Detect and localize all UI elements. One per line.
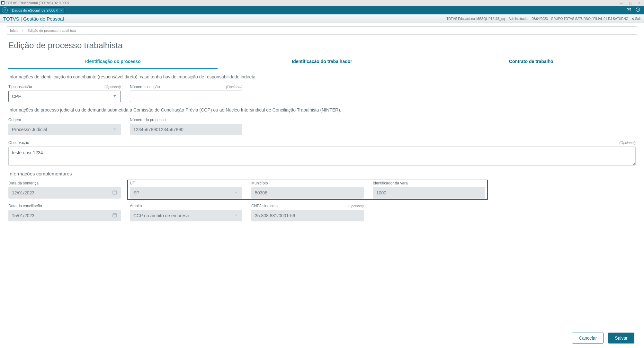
tab-contrato-trabalho[interactable]: Contrato de trabalho bbox=[426, 55, 636, 69]
data-sentenca-value: 12/01/2023 bbox=[12, 190, 34, 195]
numero-processo-value: 12345678901234567890 bbox=[133, 127, 183, 132]
cnpj-value: 35.808.881/0001-56 bbox=[255, 213, 295, 218]
vara-label: Identificador da vara bbox=[373, 181, 408, 185]
data-conciliacao-value: 15/01/2023 bbox=[12, 213, 34, 218]
tipo-inscricao-label: Tipo inscrição bbox=[8, 85, 32, 89]
svg-line-1 bbox=[4, 9, 6, 11]
help-icon[interactable]: ? bbox=[636, 7, 640, 13]
ambito-label: Âmbito bbox=[130, 204, 142, 208]
cnpj-optional: (Opcional) bbox=[347, 204, 364, 208]
app-tab[interactable]: Dados do eSocial [02.9.0007] × bbox=[10, 7, 65, 13]
chevron-down-icon bbox=[112, 94, 117, 100]
vara-input: 1000 bbox=[373, 187, 485, 199]
municipio-label: Município bbox=[251, 181, 268, 185]
uf-value: SP bbox=[133, 190, 139, 195]
product-header: TOTVS | Gestão de Pessoal TOTVS Educacio… bbox=[0, 14, 644, 23]
numero-processo-input: 12345678901234567890 bbox=[130, 124, 242, 135]
tab-close-icon[interactable]: × bbox=[60, 8, 62, 12]
svg-rect-6 bbox=[113, 214, 117, 217]
calendar-icon bbox=[112, 190, 117, 196]
window-titlebar: TOTVS Educacional (TOTVS) 02.9.0007 — ▢ … bbox=[0, 0, 644, 6]
env-label: TOTVS Educacional MSSQL P12133_sql bbox=[446, 17, 505, 21]
origem-select: Processo Judicial bbox=[8, 124, 121, 135]
numero-inscricao-label: Número inscrição bbox=[130, 85, 160, 89]
data-conciliacao-input: 15/01/2023 bbox=[8, 210, 121, 221]
user-label: Administrador bbox=[509, 17, 529, 21]
logout-x-icon: ✕ bbox=[631, 17, 634, 21]
window-title: TOTVS Educacional (TOTVS) 02.9.0007 bbox=[6, 1, 69, 5]
app-tab-label: Dados do eSocial [02.9.0007] bbox=[12, 8, 58, 12]
breadcrumb-home[interactable]: Início bbox=[10, 29, 18, 32]
observacao-label: Observação bbox=[8, 140, 29, 145]
tab-identificacao-processo[interactable]: Identificação do processo bbox=[8, 55, 218, 69]
chevron-down-icon bbox=[234, 213, 239, 219]
minimize-button[interactable]: — bbox=[620, 1, 623, 5]
page-title: Edição de processo trabalhista bbox=[0, 38, 644, 55]
mail-icon[interactable] bbox=[627, 7, 631, 13]
tipo-inscricao-optional: (Opcional) bbox=[104, 85, 121, 89]
intro-text-2: Informações do processo judicial ou de d… bbox=[8, 107, 636, 112]
svg-text:?: ? bbox=[637, 8, 639, 11]
svg-rect-4 bbox=[113, 191, 117, 194]
ambito-value: CCP no âmbito de empresa bbox=[133, 213, 189, 218]
close-button[interactable]: ✕ bbox=[638, 1, 641, 5]
data-conciliacao-label: Data da conciliação bbox=[8, 204, 42, 208]
tab-identificacao-trabalhador[interactable]: Identificação do trabalhador bbox=[218, 55, 427, 69]
chevron-down-icon bbox=[112, 127, 117, 133]
breadcrumb-sep-icon bbox=[21, 29, 25, 32]
municipio-input: 50308 bbox=[251, 187, 364, 199]
observacao-textarea[interactable] bbox=[8, 147, 636, 166]
back-circle-icon[interactable] bbox=[2, 7, 8, 13]
uf-label: UF bbox=[130, 181, 135, 185]
logout-link[interactable]: ✕ Sair bbox=[631, 17, 641, 21]
origem-value: Processo Judicial bbox=[12, 127, 47, 132]
chevron-down-icon bbox=[234, 190, 239, 196]
intro-text-1: Informações de identificação do contribu… bbox=[8, 74, 636, 79]
breadcrumb-current: Edição de processo trabalhista bbox=[27, 29, 76, 32]
data-sentenca-label: Data da sentença bbox=[8, 181, 39, 185]
breadcrumb: Início Edição de processo trabalhista bbox=[6, 26, 638, 35]
observacao-optional: (Opcional) bbox=[619, 141, 636, 145]
ambito-select: CCP no âmbito de empresa bbox=[130, 210, 242, 221]
complementares-heading: Informações complementares bbox=[8, 171, 636, 176]
origem-label: Origem bbox=[8, 118, 21, 122]
data-sentenca-input: 12/01/2023 bbox=[8, 187, 121, 199]
product-name: TOTVS | Gestão de Pessoal bbox=[3, 16, 64, 22]
logout-label: Sair bbox=[635, 17, 641, 21]
numero-inscricao-input[interactable] bbox=[130, 91, 242, 102]
cnpj-input: 35.808.881/0001-56 bbox=[251, 210, 364, 221]
group-label: GRUPO TOTVS SATURNO / FILIAL 01 RJ SATUR… bbox=[551, 17, 629, 21]
cnpj-label: CNPJ sindicato bbox=[251, 204, 278, 208]
date-label: 05/04/2023 bbox=[532, 17, 548, 21]
maximize-button[interactable]: ▢ bbox=[629, 1, 632, 5]
app-tabbar: Dados do eSocial [02.9.0007] × ? bbox=[0, 6, 644, 14]
municipio-value: 50308 bbox=[255, 190, 267, 195]
app-icon bbox=[1, 1, 4, 4]
window-controls: — ▢ ✕ bbox=[620, 1, 643, 5]
calendar-icon bbox=[112, 213, 117, 219]
numero-processo-label: Número do processo bbox=[130, 118, 165, 122]
vara-value: 1000 bbox=[376, 190, 386, 195]
uf-select: SP bbox=[130, 187, 242, 199]
form-tabs: Identificação do processo Identificação … bbox=[8, 55, 636, 69]
tipo-inscricao-select[interactable]: CPF bbox=[8, 91, 121, 102]
tipo-inscricao-value: CPF bbox=[12, 94, 21, 99]
numero-inscricao-optional: (Opcional) bbox=[226, 85, 242, 89]
